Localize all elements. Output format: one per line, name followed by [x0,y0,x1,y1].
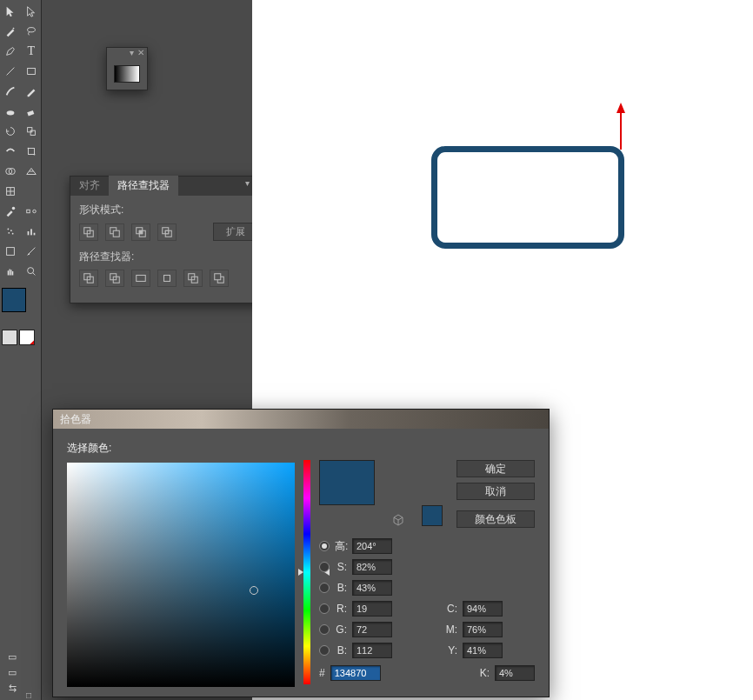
svg-rect-6 [27,128,31,132]
solid-mode[interactable] [2,330,17,345]
perspective-tool[interactable] [22,162,42,181]
gradient-swatch[interactable] [114,65,140,83]
b2-radio[interactable] [319,645,330,656]
crop-button[interactable] [157,270,177,287]
outline-button[interactable] [183,270,203,287]
svg-point-0 [13,28,15,30]
svg-point-24 [12,233,14,235]
screen-mode-1[interactable]: ▭ [3,650,21,663]
color-preview [319,460,375,505]
minus-back-button[interactable] [210,270,229,287]
symbol-spray-tool[interactable] [1,222,21,241]
svg-line-30 [33,273,36,276]
blend-tool[interactable] [22,202,42,221]
g-radio[interactable] [319,624,330,635]
color-field[interactable] [67,463,295,687]
none-mode[interactable] [19,330,35,345]
close-icon[interactable]: ✕ [137,48,144,60]
screen-mode-toggle[interactable]: ⇆ [3,681,21,695]
zoom-tool[interactable] [22,262,42,281]
eyedropper-tool[interactable] [1,202,21,221]
fill-swatch[interactable] [2,288,26,312]
divide-button[interactable] [79,270,98,287]
type-tool[interactable]: T [22,42,42,61]
blob-tool[interactable] [1,102,21,121]
width-tool[interactable] [1,142,21,161]
svg-point-1 [27,28,35,32]
screen-mode-2[interactable]: ▭ [3,665,21,679]
color-marker[interactable] [250,586,258,595]
hue-slider[interactable] [303,460,310,684]
bri-radio[interactable] [319,583,330,593]
r-label: R: [335,603,347,615]
cancel-button[interactable]: 取消 [456,483,535,500]
svg-rect-34 [113,230,119,237]
h-label: 高: [335,539,347,554]
mesh-tool[interactable] [1,182,21,201]
m-input[interactable] [463,622,503,637]
brush-tool[interactable] [1,82,21,101]
rect-tool[interactable] [22,62,42,81]
free-transform-tool[interactable] [22,142,42,161]
panel-menu-icon[interactable]: ▾ [130,48,134,60]
h-input[interactable] [352,538,392,554]
m-label: M: [445,623,457,636]
wand-tool[interactable] [1,22,21,41]
graph-tool[interactable] [22,222,42,241]
watermark: Baidu 经验 jingyan.baidu.com [658,667,744,693]
r-radio[interactable] [319,603,330,614]
lasso-tool[interactable] [22,22,42,41]
pathfinder-ops-label: 路径查找器: [79,250,258,264]
svg-line-2 [7,68,15,76]
c-input[interactable] [463,601,503,617]
swatches-button[interactable]: 颜色色板 [456,510,535,528]
r-input[interactable] [352,601,392,617]
zoom-indicator[interactable]: □ [26,690,31,700]
b-input[interactable] [352,580,392,596]
tab-align[interactable]: 对齐 [70,176,109,196]
gradient-tool[interactable] [22,182,42,201]
selection-tool[interactable] [1,2,21,21]
k-input[interactable] [495,665,535,681]
y-input[interactable] [463,643,503,658]
fill-stroke-swatches[interactable] [2,288,39,323]
hand-tool[interactable] [1,262,21,281]
minus-front-button[interactable] [105,223,124,241]
eraser-tool[interactable] [22,102,42,121]
trim-button[interactable] [105,270,124,287]
slice-tool[interactable] [22,242,42,261]
ok-button[interactable]: 确定 [456,460,535,477]
panel-menu-icon[interactable]: ▾ [243,177,251,190]
g-input[interactable] [352,622,392,637]
svg-rect-8 [28,149,34,155]
rotate-tool[interactable] [1,122,21,141]
svg-point-22 [10,230,12,231]
pathfinder-panel: 对齐 路径查找器 ▾ ✕ 形状模式: 扩展 路径查找器: [70,176,268,303]
svg-rect-25 [27,231,29,235]
b2-input[interactable] [352,643,392,658]
pen-tool[interactable] [1,42,21,61]
scale-tool[interactable] [22,122,42,141]
svg-rect-50 [215,274,221,280]
hue-radio[interactable] [319,541,330,551]
rounded-rect-artwork[interactable] [431,146,624,249]
svg-point-10 [33,154,35,156]
merge-button[interactable] [131,270,150,287]
svg-point-20 [33,210,37,213]
svg-rect-17 [27,189,35,193]
exclude-button[interactable] [157,223,177,241]
artboard-tool[interactable] [1,242,21,261]
hex-input[interactable] [330,665,381,681]
svg-rect-45 [137,276,146,282]
intersect-button[interactable] [131,223,150,241]
sat-radio[interactable] [319,562,330,572]
s-label: S: [335,561,347,573]
tab-pathfinder[interactable]: 路径查找器 [109,176,178,196]
pencil-tool[interactable] [22,82,42,101]
direct-select-tool[interactable] [22,2,42,21]
color-picker-dialog: 拾色器 选择颜色: 确定 取消 颜色色板 高: [52,409,550,697]
line-tool[interactable] [1,62,21,81]
s-input[interactable] [352,559,392,575]
unite-button[interactable] [79,223,98,241]
shape-builder-tool[interactable] [1,162,21,181]
